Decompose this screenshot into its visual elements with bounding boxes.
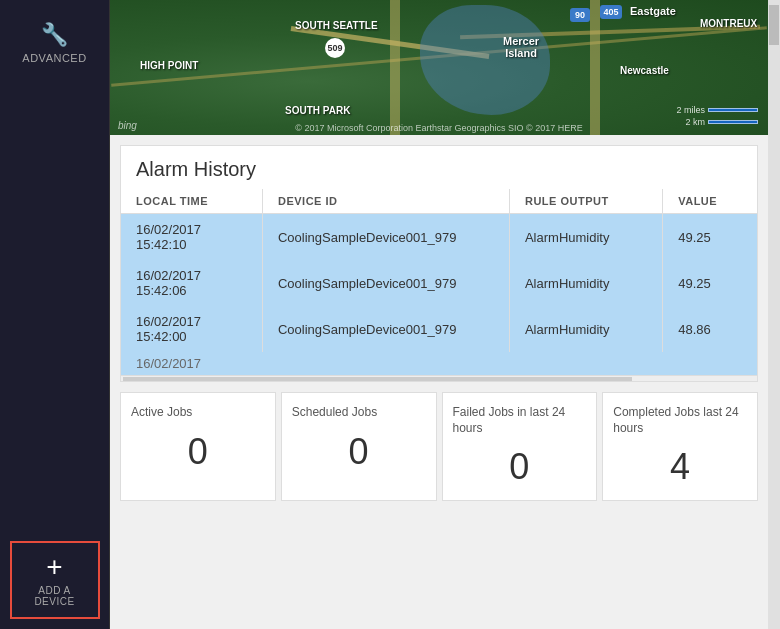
map-label-south-park: SOUTH PARK: [285, 105, 350, 116]
stat-card-completed-jobs: Completed Jobs last 24 hours 4: [602, 392, 758, 501]
alarm-table: LOCAL TIME DEVICE ID RULE OUTPUT VALUE 1…: [121, 189, 757, 375]
alarm-table-row-partial: 16/02/2017: [121, 352, 757, 375]
highway-509-badge: 509: [325, 38, 345, 58]
stat-label-completed-jobs: Completed Jobs last 24 hours: [613, 405, 747, 436]
alarm-table-header-row: LOCAL TIME DEVICE ID RULE OUTPUT VALUE: [121, 189, 757, 214]
stats-row: Active Jobs 0 Scheduled Jobs 0 Failed Jo…: [110, 387, 768, 511]
col-header-value: VALUE: [663, 189, 757, 214]
map-label-high-point: HIGH POINT: [140, 60, 198, 71]
highway-90-badge: 90: [570, 8, 590, 22]
sidebar-item-advanced[interactable]: 🔧 ADVANCED: [14, 10, 94, 76]
alarm-cell-time: 16/02/2017 15:42:10: [121, 214, 262, 261]
map-area: MercerIsland Eastgate SOUTH SEATTLE HIGH…: [110, 0, 768, 135]
alarm-cell-value: 48.86: [663, 306, 757, 352]
map-copyright: © 2017 Microsoft Corporation Earthstar G…: [295, 123, 582, 133]
alarm-cell-rule: AlarmHumidity: [509, 260, 662, 306]
map-label-south-seattle: SOUTH SEATTLE: [295, 20, 378, 31]
alarm-cell-device: CoolingSampleDevice001_979: [262, 260, 509, 306]
map-label-eastgate: Eastgate: [630, 5, 676, 17]
stat-card-scheduled-jobs: Scheduled Jobs 0: [281, 392, 437, 501]
map-label-montreux: MONTREUX: [700, 18, 757, 29]
sidebar-top: 🔧 ADVANCED: [14, 0, 94, 541]
alarm-cell-value: 49.25: [663, 214, 757, 261]
alarm-cell-device: CoolingSampleDevice001_979: [262, 214, 509, 261]
map-label-mercer-island: MercerIsland: [503, 35, 539, 59]
alarm-history-title: Alarm History: [121, 146, 757, 189]
stat-value-failed-jobs: 0: [453, 446, 587, 488]
stat-label-scheduled-jobs: Scheduled Jobs: [292, 405, 426, 421]
sidebar-bottom: + ADD A DEVICE: [10, 541, 100, 629]
highway-405-badge: 405: [600, 5, 622, 19]
sidebar-item-label: ADVANCED: [22, 52, 86, 64]
scale-miles-bar: [708, 108, 758, 112]
alarm-table-row: 16/02/2017 15:42:00 CoolingSampleDevice0…: [121, 306, 757, 352]
bing-logo: bing: [118, 120, 137, 131]
scale-miles-label: 2 miles: [676, 105, 705, 115]
alarm-cell-device: CoolingSampleDevice001_979: [262, 306, 509, 352]
table-scroll-thumb[interactable]: [123, 377, 632, 381]
sidebar: 🔧 ADVANCED + ADD A DEVICE: [0, 0, 110, 629]
stat-value-completed-jobs: 4: [613, 446, 747, 488]
stat-card-failed-jobs: Failed Jobs in last 24 hours 0: [442, 392, 598, 501]
map-background: MercerIsland Eastgate SOUTH SEATTLE HIGH…: [110, 0, 768, 135]
add-device-label: ADD A DEVICE: [20, 585, 90, 607]
add-device-plus-icon: +: [46, 553, 62, 581]
scale-km-bar: [708, 120, 758, 124]
add-device-button[interactable]: + ADD A DEVICE: [10, 541, 100, 619]
col-header-device-id: DEVICE ID: [262, 189, 509, 214]
map-scale: 2 miles 2 km: [676, 105, 758, 127]
stat-label-active-jobs: Active Jobs: [131, 405, 265, 421]
scale-km-label: 2 km: [685, 117, 705, 127]
wrench-icon: 🔧: [41, 22, 68, 48]
alarm-table-row: 16/02/2017 15:42:10 CoolingSampleDevice0…: [121, 214, 757, 261]
scrollbar-thumb[interactable]: [769, 5, 779, 45]
alarm-cell-time: 16/02/2017 15:42:06: [121, 260, 262, 306]
stat-label-failed-jobs: Failed Jobs in last 24 hours: [453, 405, 587, 436]
alarm-table-row: 16/02/2017 15:42:06 CoolingSampleDevice0…: [121, 260, 757, 306]
stat-value-active-jobs: 0: [131, 431, 265, 473]
table-scroll-hint: [121, 375, 757, 381]
main-content-area: MercerIsland Eastgate SOUTH SEATTLE HIGH…: [110, 0, 768, 629]
alarm-cell-value: 49.25: [663, 260, 757, 306]
col-header-local-time: LOCAL TIME: [121, 189, 262, 214]
main-panel: MercerIsland Eastgate SOUTH SEATTLE HIGH…: [110, 0, 780, 629]
alarm-history-panel: Alarm History LOCAL TIME DEVICE ID RULE …: [120, 145, 758, 382]
alarm-cell-rule: AlarmHumidity: [509, 306, 662, 352]
stat-value-scheduled-jobs: 0: [292, 431, 426, 473]
scrollbar-track[interactable]: [768, 0, 780, 629]
alarm-cell-partial: 16/02/2017: [121, 352, 757, 375]
map-label-newcastle: Newcastle: [620, 65, 669, 76]
alarm-cell-rule: AlarmHumidity: [509, 214, 662, 261]
alarm-cell-time: 16/02/2017 15:42:00: [121, 306, 262, 352]
col-header-rule-output: RULE OUTPUT: [509, 189, 662, 214]
stat-card-active-jobs: Active Jobs 0: [120, 392, 276, 501]
